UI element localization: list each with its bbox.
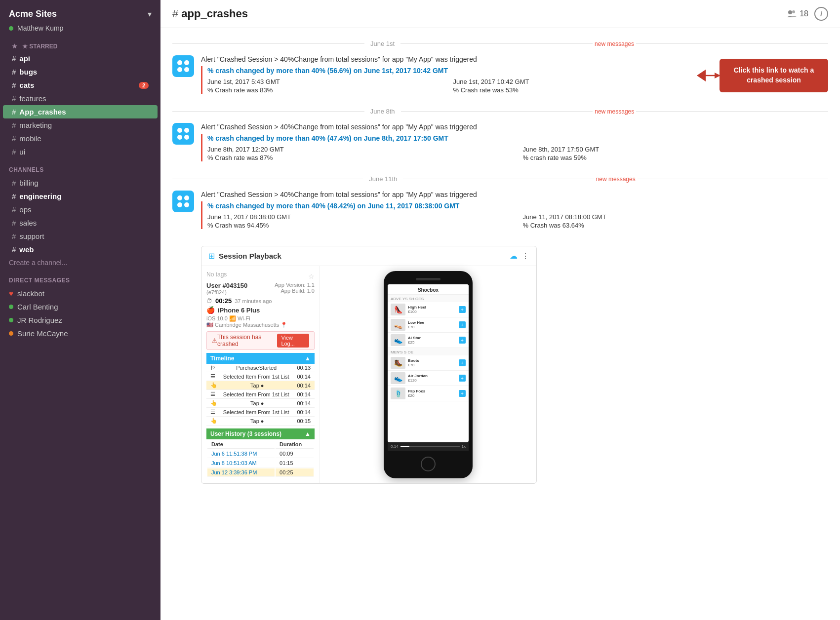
view-log-button[interactable]: View Log...: [277, 334, 309, 348]
dm-item-jr[interactable]: JR Rodriguez: [0, 313, 160, 327]
sidebar-item-marketing[interactable]: # marketing: [3, 118, 158, 132]
timeline-time: 00:14: [297, 391, 311, 397]
history-row-1: Jun 6 11:51:38 PM 00:09: [207, 450, 314, 458]
shoe-image-flipflops: 🩴: [391, 388, 405, 399]
time-right-1: June 1st, 2017 10:42 GMT: [453, 78, 689, 85]
shoe-image-lowheelpump: 👡: [391, 319, 405, 331]
phone-mockup: Shoebox ADVE YS SH OES 👠 High Heel £100 …: [384, 271, 473, 478]
sidebar-item-ops[interactable]: # ops: [3, 203, 158, 216]
video-progress-bar[interactable]: [400, 446, 460, 447]
sidebar-item-sales[interactable]: # sales: [3, 216, 158, 230]
sidebar-item-label: api: [19, 54, 30, 63]
share-icon[interactable]: ⋮: [521, 251, 529, 261]
hash-icon: #: [12, 245, 16, 254]
shoe-info-airjordan: Air Jordan £120: [408, 374, 459, 383]
unread-badge: 2: [139, 82, 149, 89]
chevron-down-icon[interactable]: ▾: [148, 9, 152, 19]
timeline-time: 00:14: [297, 383, 311, 388]
shoe-item-heelhigh: 👠 High Heel £100 +: [388, 302, 469, 317]
hash-icon: #: [12, 205, 16, 214]
sidebar-item-engineering[interactable]: # engineering: [3, 190, 158, 203]
svg-point-0: [788, 10, 792, 14]
sp-user-id: User #043150: [206, 282, 247, 289]
add-heelhigh-button[interactable]: +: [459, 306, 466, 313]
hash-symbol: #: [172, 7, 181, 20]
sidebar-item-web[interactable]: # web: [3, 243, 158, 256]
sp-location: 🇺🇸 Cambridge Massachusetts 📍: [206, 322, 315, 328]
shoe-item-airjordan: 👟 Air Jordan £120 +: [388, 371, 469, 386]
date-label-1: June 1st: [364, 40, 400, 47]
history-date-3[interactable]: Jun 12 3:39:36 PM: [207, 468, 275, 477]
sidebar-user: Matthew Kump: [0, 24, 160, 39]
list-icon: ☰: [210, 373, 215, 380]
list-icon: ☰: [210, 409, 215, 415]
crash-link-3[interactable]: % crash changed by more than 40% (48.42%…: [207, 202, 459, 210]
history-date-2[interactable]: Jun 8 10:51:03 AM: [207, 459, 275, 467]
tap-icon: 👆: [210, 400, 217, 406]
cloud-icon[interactable]: ☁: [510, 251, 518, 261]
sp-location-text: Cambridge Massachusetts: [215, 322, 279, 328]
flag-icon: 🏳: [210, 365, 216, 371]
add-flipflops-button[interactable]: +: [459, 390, 466, 397]
user-history-label: User History (3 sessions): [210, 430, 281, 437]
star-icon[interactable]: ☆: [308, 272, 315, 280]
message-content-2: Alert "Crashed Session > 40%Change from …: [201, 123, 828, 163]
video-time: 0:14: [391, 444, 399, 449]
dm-item-surie[interactable]: Surie McCayne: [0, 327, 160, 340]
alert-times-1: June 1st, 2017 5:43 GMT June 1st, 2017 1…: [207, 78, 689, 94]
alert-times-2: June 8th, 2017 12:20 GMT June 8th, 2017 …: [207, 146, 828, 161]
history-duration-2: 01:15: [276, 459, 314, 467]
phone-home-button[interactable]: [421, 457, 436, 471]
starred-section-label: ★ ★ STARRED: [3, 39, 158, 52]
sidebar-item-bugs[interactable]: # bugs: [3, 65, 158, 78]
sidebar-item-billing[interactable]: # billing: [3, 176, 158, 190]
hash-icon: #: [12, 81, 16, 89]
messages-area: June 1st new messages Alert "Crashed Ses…: [160, 28, 840, 620]
history-date-1[interactable]: Jun 6 11:51:38 PM: [207, 450, 275, 458]
dm-item-slackbot[interactable]: ♥ slackbot: [0, 287, 160, 300]
time-left-2: June 8th, 2017 12:20 GMT: [207, 146, 513, 153]
collapse-icon[interactable]: ▲: [305, 355, 311, 362]
crash-link-1[interactable]: % crash changed by more than 40% (56.6%)…: [207, 67, 448, 75]
online-status-icon: [9, 318, 13, 322]
add-lowheelpump-button[interactable]: +: [459, 321, 466, 328]
sp-user-hash: (e7f824): [206, 289, 247, 295]
timeline-item-4: 👆Tap ● 00:14: [206, 399, 315, 408]
alert-box-2: % crash changed by more than 40% (47.4%)…: [201, 134, 828, 161]
create-channel-button[interactable]: Create a channel...: [0, 256, 160, 269]
sidebar-item-support[interactable]: # support: [3, 230, 158, 243]
sidebar-item-app-crashes[interactable]: # App_crashes: [3, 105, 158, 118]
timeline-item-2: 👆Tap ● 00:14: [206, 381, 315, 390]
sidebar-item-label: engineering: [19, 192, 61, 200]
crash-link-2[interactable]: % crash changed by more than 40% (47.4%)…: [207, 134, 448, 142]
add-boots-button[interactable]: +: [459, 359, 466, 366]
callout-text: Click this link to watch a crashed sessi…: [734, 66, 814, 84]
sidebar-item-api[interactable]: # api: [3, 52, 158, 65]
collapse-history-icon[interactable]: ▲: [305, 430, 311, 437]
sidebar-item-label: ops: [19, 205, 31, 214]
message-content-1: Alert "Crashed Session > 40%Change from …: [201, 55, 689, 96]
sidebar-item-features[interactable]: # features: [3, 92, 158, 105]
dm-item-carl[interactable]: Carl Benting: [0, 300, 160, 313]
hash-icon: #: [12, 192, 16, 200]
shoe-info-heelhigh: High Heel £100: [408, 305, 459, 314]
session-playback-row: ⊞ Session Playback ☁ ⋮ No tags ☆ User #0…: [172, 241, 828, 484]
sidebar-item-mobile[interactable]: # mobile: [3, 132, 158, 145]
sidebar-item-ui[interactable]: # ui: [3, 145, 158, 158]
sidebar-item-cats[interactable]: # cats 2: [3, 78, 158, 92]
hash-icon: #: [12, 219, 16, 227]
members-icon: [787, 10, 797, 18]
flag-icon: 🇺🇸: [206, 322, 213, 328]
dm-section-label: DIRECT MESSAGES: [0, 269, 160, 287]
callout-box[interactable]: Click this link to watch a crashed sessi…: [720, 59, 828, 92]
sp-os: iOS 10.0: [206, 315, 228, 321]
sp-duration: 00:25: [215, 297, 232, 305]
main-content: # app_crashes 18 i June 1st new messages: [160, 0, 840, 620]
shoe-item-flipflops: 🩴 Flip Focs £20 +: [388, 386, 469, 401]
rate-right-1: % Crash rate was 53%: [453, 86, 689, 94]
date-divider-2: June 8th new messages: [172, 108, 828, 115]
info-button[interactable]: i: [814, 7, 828, 21]
add-airjordan-button[interactable]: +: [459, 375, 466, 382]
star-icon: ★: [12, 43, 17, 50]
add-allstar-button[interactable]: +: [459, 337, 466, 344]
